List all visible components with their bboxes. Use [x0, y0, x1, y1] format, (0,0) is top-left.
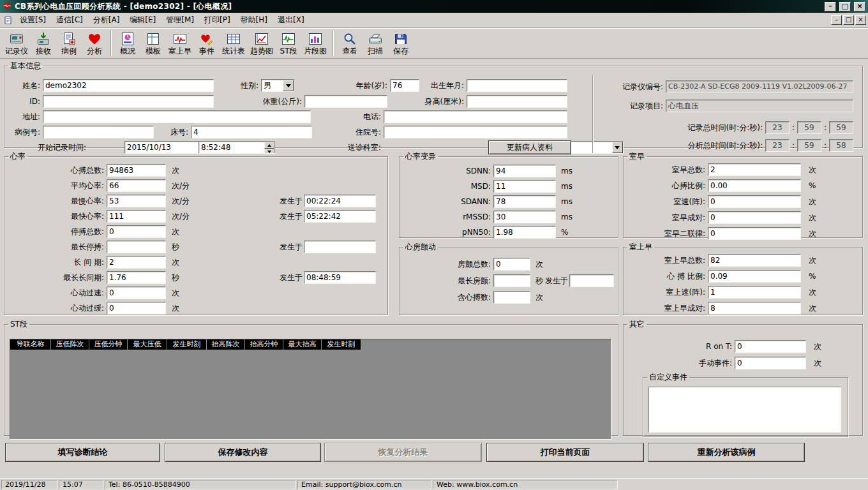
pause-total-label: 停搏总数:: [4, 225, 104, 238]
inpatient-no-input[interactable]: [384, 126, 567, 138]
toolbar-receive-button[interactable]: 接收: [31, 30, 56, 58]
st-col-max-elevation[interactable]: 最大抬高: [283, 339, 322, 350]
phone-input[interactable]: [384, 110, 567, 123]
toolbar-cases-button[interactable]: 病例: [56, 30, 82, 58]
menu-item-exit[interactable]: 退出[X]: [273, 12, 310, 28]
menu-item-settings[interactable]: 设置[S]: [15, 12, 51, 28]
mdi-close-button[interactable]: ×: [855, 15, 866, 25]
st-col-depress-episodes[interactable]: 压低阵次: [51, 339, 89, 350]
min-heart-rate-input[interactable]: 53: [107, 195, 166, 207]
address-input[interactable]: [43, 110, 311, 123]
row-max-heart-rate: 最快心率: 111 次/分 发生于05:22:42: [4, 210, 387, 223]
save-changes-button[interactable]: 保存修改内容: [165, 443, 321, 462]
minimize-button[interactable]: –: [825, 2, 836, 11]
total-beats-input[interactable]: 94863: [107, 164, 166, 177]
toolbar-template-button[interactable]: 模板: [140, 30, 166, 58]
longest-long-interval-input[interactable]: 1.76: [107, 271, 166, 284]
custom-events-list[interactable]: [648, 387, 841, 433]
afib-total-input[interactable]: 0: [493, 258, 530, 271]
toolbar-save-button[interactable]: 保存: [388, 30, 414, 58]
pnn50-input[interactable]: 1.98: [493, 226, 556, 239]
pvc-total-input[interactable]: 2: [708, 163, 801, 176]
toolbar-analysis-button[interactable]: 分析: [82, 30, 107, 58]
rmssd-input[interactable]: 30: [493, 211, 556, 223]
vtach-input[interactable]: 0: [708, 195, 801, 208]
name-input[interactable]: demo2302: [43, 79, 214, 92]
row-vtach: 室速(阵):0次: [624, 195, 862, 208]
svpb-beat-ratio-input[interactable]: 0.09: [708, 270, 801, 283]
menu-item-analysis[interactable]: 分析[A]: [88, 12, 125, 28]
row-svpb-beat-ratio: 心 搏 比例:0.09%: [624, 270, 862, 283]
id-input[interactable]: [43, 95, 214, 108]
toolbar-st-segment-button[interactable]: ST段: [276, 30, 301, 58]
menu-item-communication[interactable]: 通信[C]: [51, 12, 88, 28]
tachycardia-input[interactable]: 0: [107, 286, 166, 299]
msd-input[interactable]: 11: [493, 180, 556, 193]
menu-item-print[interactable]: 打印[P]: [199, 12, 236, 28]
write-diagnosis-button[interactable]: 填写诊断结论: [5, 443, 160, 462]
menu-item-help[interactable]: 帮助[H]: [236, 12, 273, 28]
st-col-elevate-minutes[interactable]: 抬高分钟: [245, 339, 283, 350]
manual-events-input[interactable]: 0: [735, 357, 806, 369]
toolbar-events-button[interactable]: 事件: [194, 30, 220, 58]
case-no-input[interactable]: [43, 126, 154, 138]
menu-item-edit[interactable]: 编辑[E]: [124, 12, 161, 28]
sdann-input[interactable]: 78: [493, 195, 556, 208]
reanalyze-case-button[interactable]: 重新分析该病例: [648, 443, 805, 462]
toolbar-scan-button[interactable]: 扫描: [363, 30, 388, 58]
row-min-heart-rate: 最慢心率: 53 次/分 发生于00:22:24: [4, 195, 387, 207]
bed-no-input[interactable]: 4: [191, 126, 312, 138]
print-current-page-button[interactable]: 打印当前页面: [486, 443, 644, 462]
svtach-input[interactable]: 1: [708, 286, 801, 299]
st-col-elevate-time[interactable]: 发生时刻: [322, 339, 361, 350]
svpb-pairs-input[interactable]: 8: [708, 302, 801, 315]
birth-input[interactable]: [467, 79, 567, 92]
min-hr-time-input[interactable]: 00:22:24: [304, 195, 376, 207]
st-table[interactable]: 导联名称 压低阵次 压低分钟 最大压低 发生时刻 抬高阵次 抬高分钟 最大抬高 …: [10, 339, 611, 440]
toolbar-overview-button[interactable]: 概况: [115, 30, 140, 58]
st-col-lead[interactable]: 导联名称: [10, 339, 51, 350]
longest-pause-input[interactable]: [107, 241, 166, 253]
trend-chart-icon: [254, 31, 269, 47]
max-hr-time-input[interactable]: 05:22:42: [304, 210, 376, 223]
toolbar-view-button[interactable]: 查看: [337, 30, 363, 58]
toolbar-fragment-chart-button[interactable]: 片段图: [301, 30, 329, 58]
longest-interval-time-input[interactable]: 08:48:59: [304, 271, 376, 284]
mdi-minimize-button[interactable]: –: [831, 15, 842, 25]
menu-item-management[interactable]: 管理[M]: [161, 12, 199, 28]
svpb-total-input[interactable]: 82: [708, 254, 801, 267]
r-on-t-input[interactable]: 0: [735, 340, 806, 353]
longest-afib-input[interactable]: [493, 274, 530, 287]
height-input[interactable]: [467, 95, 567, 108]
max-heart-rate-input[interactable]: 111: [107, 210, 166, 223]
svpb-legend: 室上早: [627, 242, 654, 253]
long-interval-input[interactable]: 2: [107, 256, 166, 269]
st-col-elevate-episodes[interactable]: 抬高阵次: [207, 339, 245, 350]
pvc-pairs-input[interactable]: 0: [708, 211, 801, 224]
pvc-bigeminy-input[interactable]: 0: [708, 227, 801, 240]
mdi-restore-button[interactable]: □: [843, 15, 854, 25]
st-col-depress-minutes[interactable]: 压低分钟: [89, 339, 128, 350]
beats-included-input[interactable]: [493, 291, 530, 304]
pause-total-input[interactable]: 0: [107, 225, 166, 238]
toolbar-stats-table-button[interactable]: 统计表: [220, 30, 248, 58]
toolbar-recorder-button[interactable]: 记录仪: [3, 30, 31, 58]
toolbar-svpb-button[interactable]: 室上早: [166, 30, 194, 58]
sdnn-input[interactable]: 94: [493, 165, 556, 177]
spin-up-icon[interactable]: [264, 142, 274, 149]
weight-input[interactable]: [304, 95, 387, 108]
pvc-beat-ratio-input[interactable]: 0.00: [708, 179, 801, 192]
unit-label: 次: [172, 165, 179, 176]
st-col-max-depression[interactable]: 最大压低: [128, 339, 167, 350]
longest-afib-time-input[interactable]: [569, 274, 614, 287]
avg-heart-rate-input[interactable]: 66: [107, 179, 166, 192]
toolbar-trend-chart-button[interactable]: 趋势图: [248, 30, 276, 58]
gender-select[interactable]: 男: [261, 79, 294, 92]
longest-pause-time-input[interactable]: [304, 241, 376, 253]
st-col-depress-time[interactable]: 发生时刻: [167, 339, 207, 350]
unit-label: 次: [172, 257, 179, 268]
bradycardia-input[interactable]: 0: [107, 302, 166, 315]
close-button[interactable]: ×: [854, 2, 865, 11]
dropdown-arrow-icon[interactable]: [283, 80, 294, 91]
maximize-button[interactable]: □: [839, 2, 851, 11]
